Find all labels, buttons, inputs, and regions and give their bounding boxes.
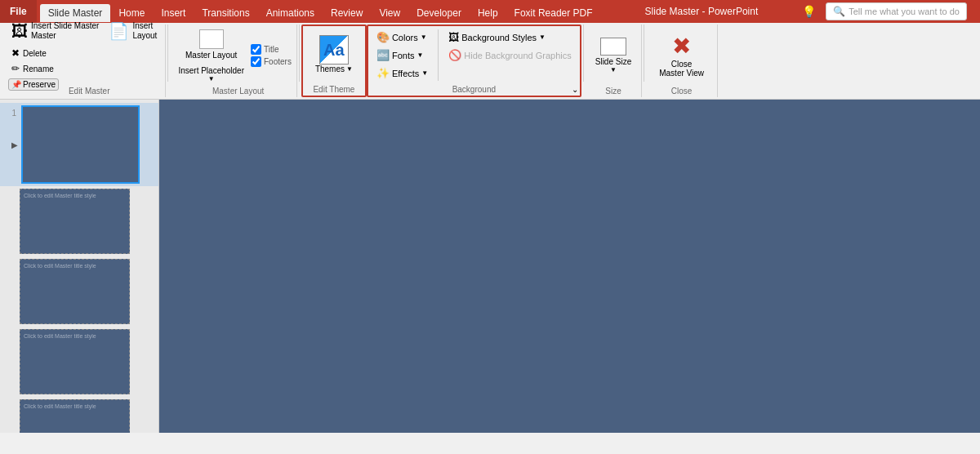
footers-checkbox[interactable]: Footers xyxy=(251,56,292,67)
size-label: Size xyxy=(586,87,641,96)
background-group: 🎨 Colors ▼ 🔤 Fonts ▼ ✨ Effects ▼ xyxy=(367,24,581,97)
slide-thumb-5[interactable]: Click to edit Master title style xyxy=(0,397,158,433)
master-layout-icon xyxy=(199,29,224,49)
slide-preview-main xyxy=(21,105,140,184)
rename-icon: ✏ xyxy=(11,63,20,74)
insert-placeholder-arrow: ▼ xyxy=(208,75,215,82)
slide-thumb-3[interactable]: Click to edit Master title style xyxy=(0,256,158,327)
title-check-label: Title xyxy=(264,45,279,54)
slide-preview-text-2: Click to edit Master title style xyxy=(20,189,129,202)
insert-placeholder-label: Insert Placeholder xyxy=(178,66,244,75)
slide-thumb-4[interactable]: Click to edit Master title style xyxy=(0,327,158,397)
effects-button[interactable]: ✨ Effects ▼ xyxy=(373,65,431,81)
fonts-icon: 🔤 xyxy=(376,49,390,61)
tell-me-placeholder: Tell me what you want to do xyxy=(849,7,960,16)
edit-master-label: Edit Master xyxy=(8,87,170,96)
slide-preview-sub-5: Click to edit Master title style xyxy=(20,399,130,433)
rename-label: Rename xyxy=(23,65,54,73)
insert-slide-master-button[interactable]: 🖼 Insert Slide Master Master xyxy=(8,20,102,42)
slide-preview-text-3: Click to edit Master title style xyxy=(20,260,129,272)
title-check[interactable] xyxy=(251,44,261,55)
rename-button[interactable]: ✏ Rename xyxy=(8,61,59,76)
tab-review[interactable]: Review xyxy=(323,4,371,22)
app-title: Slide Master - PowerPoint xyxy=(601,6,803,17)
master-layout-group: Master Layout Insert Placeholder ▼ Title… xyxy=(170,24,297,97)
insert-sm-icon: 🖼 xyxy=(11,22,28,41)
separator-4 xyxy=(644,24,644,82)
title-text: Slide Master - PowerPoint xyxy=(645,6,759,17)
slide-size-button[interactable]: Slide Size ▼ xyxy=(590,34,636,77)
effects-label: Effects xyxy=(392,69,419,78)
bg-group-inner: 🎨 Colors ▼ 🔤 Fonts ▼ ✨ Effects ▼ xyxy=(368,26,580,96)
hide-bg-icon: 🚫 xyxy=(448,49,461,61)
slides-panel[interactable]: 1 ▶ Click to edit Master title style Cli… xyxy=(0,100,159,433)
slide-size-arrow: ▼ xyxy=(610,66,617,73)
effects-icon: ✨ xyxy=(376,67,390,79)
slide-thumb-2[interactable]: Click to edit Master title style xyxy=(0,186,158,256)
fonts-label: Fonts xyxy=(392,51,415,60)
separator-2 xyxy=(299,24,300,82)
hide-bg-label: Hide Background Graphics xyxy=(464,51,571,60)
slide-preview-text-5: Click to edit Master title style xyxy=(20,400,129,412)
edit-theme-group: Aa Themes ▼ Edit Theme xyxy=(301,24,367,97)
tab-foxit[interactable]: Foxit Reader PDF xyxy=(506,4,601,22)
close-master-view-button[interactable]: ✖ CloseMaster View xyxy=(651,29,712,81)
colors-icon: 🎨 xyxy=(376,31,390,43)
slide-arrow-1: ▶ xyxy=(11,140,18,149)
size-group: Slide Size ▼ Size xyxy=(586,24,642,97)
close-group-label: Close xyxy=(646,87,717,96)
main-canvas xyxy=(159,100,980,433)
delete-icon: ✖ xyxy=(11,47,20,59)
themes-label: Themes xyxy=(315,65,345,73)
delete-label: Delete xyxy=(23,49,47,58)
master-layout-button[interactable]: Master Layout xyxy=(179,26,243,63)
slide-preview-sub-2: Click to edit Master title style xyxy=(20,189,130,254)
fonts-button[interactable]: 🔤 Fonts ▼ xyxy=(373,47,431,63)
tab-transitions[interactable]: Transitions xyxy=(194,4,257,22)
tab-help[interactable]: Help xyxy=(470,4,506,22)
lightbulb-icon: 💡 xyxy=(802,5,816,18)
separator-3 xyxy=(583,24,584,82)
hide-bg-graphics-button[interactable]: 🚫 Hide Background Graphics xyxy=(445,47,574,63)
master-layout-label: Master Layout xyxy=(175,87,301,96)
edit-master-group: 🖼 Insert Slide Master Master 📄 Insert La… xyxy=(3,24,166,97)
insert-layout-label: Insert xyxy=(132,21,157,31)
footers-check[interactable] xyxy=(251,56,261,67)
tab-animations[interactable]: Animations xyxy=(258,4,323,22)
title-checkbox[interactable]: Title xyxy=(251,44,292,55)
tab-developer[interactable]: Developer xyxy=(408,4,470,22)
insert-layout-button[interactable]: 📄 Insert Layout xyxy=(105,20,160,42)
footers-check-label: Footers xyxy=(264,57,292,66)
close-group: ✖ CloseMaster View Close xyxy=(646,24,718,97)
top-area: File Slide Master Home Insert Transition… xyxy=(0,0,980,100)
slide-thumb-1[interactable]: 1 ▶ xyxy=(0,103,158,186)
colors-button[interactable]: 🎨 Colors ▼ xyxy=(373,29,431,45)
delete-button[interactable]: ✖ Delete xyxy=(8,46,59,60)
tell-me-bar[interactable]: 🔍 Tell me what you want to do xyxy=(826,2,967,20)
slide-num-1: 1 xyxy=(5,105,16,118)
themes-button[interactable]: Aa Themes ▼ xyxy=(309,32,359,77)
slide-canvas xyxy=(159,100,980,433)
insert-placeholder-button[interactable]: Insert Placeholder ▼ xyxy=(175,65,247,84)
bg-styles-arrow: ▼ xyxy=(539,33,546,41)
tab-view[interactable]: View xyxy=(371,4,408,22)
edit-theme-label: Edit Theme xyxy=(303,85,365,94)
tell-me-icon: 🔍 xyxy=(833,6,845,17)
background-styles-button[interactable]: 🖼 Background Styles ▼ xyxy=(445,29,574,45)
insert-layout-icon: 📄 xyxy=(109,21,129,41)
insert-layout-label2: Layout xyxy=(132,31,157,41)
slide-size-label: Slide Size xyxy=(595,57,631,66)
bg-dialog-launcher[interactable]: ⌄ xyxy=(572,85,578,94)
close-label: CloseMaster View xyxy=(659,60,704,78)
slide-size-icon xyxy=(600,38,626,56)
insert-sm-label: Insert Slide Master xyxy=(31,21,99,31)
search-area: 💡 🔍 Tell me what you want to do xyxy=(802,0,980,23)
themes-icon: Aa xyxy=(319,35,349,65)
themes-arrow: ▼ xyxy=(346,65,353,73)
fonts-arrow: ▼ xyxy=(416,51,423,59)
app-body: 1 ▶ Click to edit Master title style Cli… xyxy=(0,100,980,433)
slide-preview-text-4: Click to edit Master title style xyxy=(20,330,129,342)
slide-preview-sub-3: Click to edit Master title style xyxy=(20,259,130,324)
slide-preview-sub-4: Click to edit Master title style xyxy=(20,329,130,394)
master-layout-label: Master Layout xyxy=(185,51,237,60)
